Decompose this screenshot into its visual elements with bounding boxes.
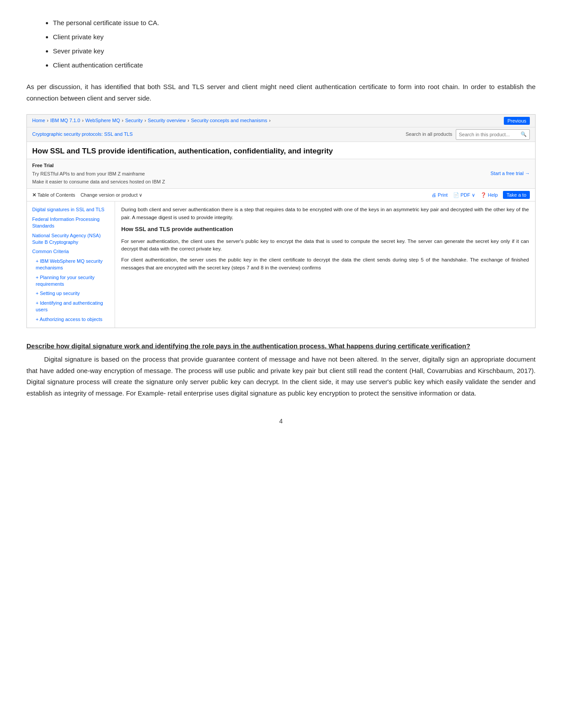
sidebar-link-setting-up[interactable]: Setting up security <box>40 291 80 296</box>
sidebar-link-identifying[interactable]: Identifying and authenticating users <box>36 300 103 312</box>
ibm-sidebar: Digital signatures in SSL and TLS Federa… <box>27 202 115 327</box>
sidebar-item-digital-sig[interactable]: Digital signatures in SSL and TLS <box>27 205 115 214</box>
help-label: Help <box>488 191 498 199</box>
trial-description: Try RESTful APIs to and from your IBM Z … <box>32 170 165 178</box>
sidebar-link-common[interactable]: Common Criteria <box>32 249 69 254</box>
sidebar-link-authorizing[interactable]: Authorizing access to objects <box>40 317 102 322</box>
ibm-doc-title-area: How SSL and TLS provide identification, … <box>27 142 535 159</box>
ibm-content-para1: For server authentication, the client us… <box>121 238 529 253</box>
sub-breadcrumb-link[interactable]: Cryptographic security protocols: SSL an… <box>32 131 133 137</box>
breadcrumb-ibmmq[interactable]: IBM MQ 7.1.0 <box>50 117 80 125</box>
toc-label: Table of Contents <box>37 192 75 198</box>
ibm-main-area: Digital signatures in SSL and TLS Federa… <box>27 202 535 327</box>
ibm-content-intro: During both client and server authentica… <box>121 206 529 221</box>
bullet-list: The personal certificate issue to CA. Cl… <box>53 18 536 71</box>
trial-sub-description: Make it easier to consume data and servi… <box>32 178 165 186</box>
help-icon: ❓ <box>480 191 487 199</box>
bullet-item-2: Client private key <box>53 32 536 42</box>
sidebar-link-digital-sig[interactable]: Digital signatures in SSL and TLS <box>32 207 104 212</box>
plus-icon-5: + <box>36 317 38 322</box>
plus-icon-2: + <box>36 275 38 280</box>
plus-icon-3: + <box>36 291 38 296</box>
breadcrumb: Home › IBM MQ 7.1.0 › WebSphere MQ › Sec… <box>32 117 271 125</box>
section-heading: Describe how digital signature work and … <box>26 341 536 351</box>
sidebar-item-federal[interactable]: Federal Information Processing Standards <box>27 215 115 231</box>
breadcrumb-security-concepts[interactable]: Security concepts and mechanisms <box>191 117 267 125</box>
search-all-label: Search in all products <box>406 131 452 138</box>
search-icon: 🔍 <box>521 131 527 138</box>
table-of-contents-button[interactable]: ✕ Table of Contents <box>32 192 75 198</box>
section-paragraph: Digital signature is based on the proces… <box>26 354 536 399</box>
ibm-toolbar: ✕ Table of Contents Change version or pr… <box>27 189 535 202</box>
ibm-content-para2: For client authentication, the server us… <box>121 256 529 272</box>
breadcrumb-security[interactable]: Security <box>125 117 143 125</box>
print-label: Print <box>438 191 448 199</box>
plus-icon-1: + <box>36 258 38 264</box>
bullet-item-4: Client authentication certificate <box>53 60 536 71</box>
breadcrumb-websphere[interactable]: WebSphere MQ <box>86 117 120 125</box>
toolbar-right: 🖨 Print 📄 PDF ∨ ❓ Help Take a to <box>432 191 530 199</box>
breadcrumb-home[interactable]: Home <box>32 117 45 125</box>
print-icon: 🖨 <box>432 191 436 199</box>
bullet-item-1: The personal certificate issue to CA. <box>53 18 536 28</box>
sub-breadcrumb-row: Cryptographic security protocols: SSL an… <box>27 127 535 142</box>
bullet-item-3: Sever private key <box>53 46 536 56</box>
trial-cta-link[interactable]: Start a free trial → <box>491 170 530 178</box>
sidebar-link-planning[interactable]: Planning for your security requirements <box>36 275 95 287</box>
sidebar-link-ibm-websphere[interactable]: IBM WebSphere MQ security mechanisms <box>36 258 103 270</box>
previous-button[interactable]: Previous <box>504 117 530 125</box>
pdf-link[interactable]: 📄 PDF ∨ <box>453 191 475 199</box>
sidebar-item-setting-up[interactable]: + Setting up security <box>27 289 115 298</box>
print-link[interactable]: 🖨 Print <box>432 191 448 199</box>
sidebar-link-nsa[interactable]: National Security Agency (NSA) Suite B C… <box>32 233 100 245</box>
ibm-trial-bar: Free Trial Try RESTful APIs to and from … <box>27 159 535 189</box>
intro-paragraph: As per discussion, it has identified tha… <box>26 81 536 104</box>
breadcrumb-security-overview[interactable]: Security overview <box>148 117 186 125</box>
sidebar-item-planning[interactable]: + Planning for your security requirement… <box>27 273 115 289</box>
sidebar-item-nsa[interactable]: National Security Agency (NSA) Suite B C… <box>27 231 115 247</box>
ibm-content-heading: How SSL and TLS provide authentication <box>121 225 529 234</box>
free-trial-label: Free Trial <box>32 162 165 170</box>
ibm-doc-title: How SSL and TLS provide identification, … <box>32 146 530 156</box>
ibm-breadcrumb-bar: Home › IBM MQ 7.1.0 › WebSphere MQ › Sec… <box>27 115 535 127</box>
sidebar-item-identifying[interactable]: + Identifying and authenticating users <box>27 299 115 315</box>
x-icon: ✕ <box>32 192 36 198</box>
page-number: 4 <box>26 416 536 426</box>
ibm-doc-content: During both client and server authentica… <box>115 202 535 327</box>
plus-icon-4: + <box>36 300 38 306</box>
search-area: Search in all products 🔍 <box>406 129 530 140</box>
sidebar-link-federal[interactable]: Federal Information Processing Standards <box>32 217 100 228</box>
pdf-icon: 📄 <box>453 191 459 199</box>
help-link[interactable]: ❓ Help <box>480 191 498 199</box>
version-dropdown-button[interactable]: Change version or product ∨ <box>81 192 143 198</box>
sidebar-item-authorizing[interactable]: + Authorizing access to objects <box>27 315 115 324</box>
sidebar-item-ibm-websphere[interactable]: + IBM WebSphere MQ security mechanisms <box>27 257 115 273</box>
sub-breadcrumb: Cryptographic security protocols: SSL an… <box>32 130 133 138</box>
ibm-trial-left: Free Trial Try RESTful APIs to and from … <box>32 162 165 186</box>
sidebar-item-common-criteria[interactable]: Common Criteria <box>27 247 115 256</box>
ibm-screenshot-box: Home › IBM MQ 7.1.0 › WebSphere MQ › Sec… <box>26 114 536 328</box>
search-input[interactable] <box>459 132 521 137</box>
pdf-label: PDF ∨ <box>461 191 475 199</box>
take-button[interactable]: Take a to <box>503 191 530 199</box>
search-input-wrap: 🔍 <box>456 129 530 140</box>
